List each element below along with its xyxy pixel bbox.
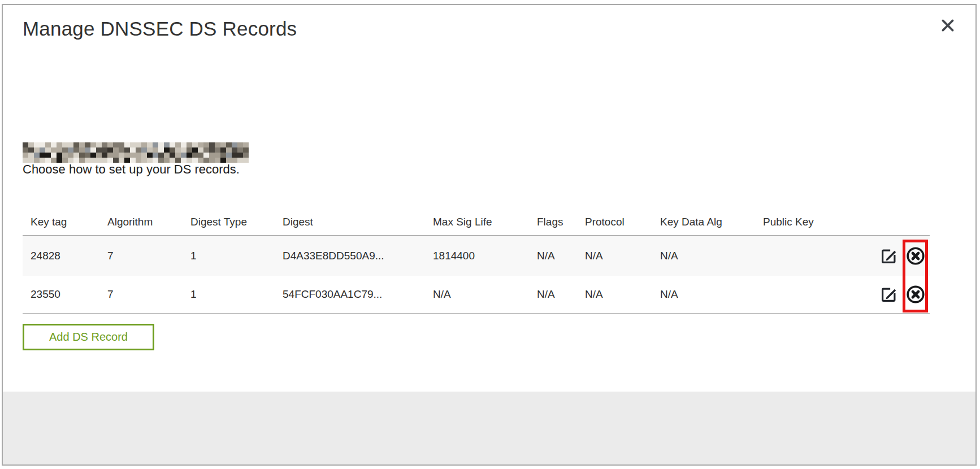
column-header-flags: Flags [529, 216, 577, 228]
column-header-public-key: Public Key [755, 216, 873, 228]
edit-record-button[interactable] [879, 285, 899, 304]
cell-digest: 54FCF030AA1C79... [275, 288, 425, 301]
cell-key-tag: 24828 [23, 250, 99, 262]
cell-digest-type: 1 [183, 288, 275, 301]
table-row: 24828 7 1 D4A33E8DD550A9... 1814400 N/A … [23, 236, 930, 276]
footer-bar: Save Cancel [3, 392, 975, 464]
column-header-digest-type: Digest Type [183, 216, 275, 228]
cell-key-data-alg: N/A [652, 288, 755, 301]
cell-protocol: N/A [577, 250, 652, 262]
cell-key-data-alg: N/A [652, 250, 755, 262]
redacted-domain [23, 142, 249, 163]
column-header-digest: Digest [275, 216, 425, 228]
delete-record-button[interactable] [905, 246, 926, 266]
cell-flags: N/A [529, 288, 577, 301]
circle-x-icon [905, 246, 926, 266]
cell-algorithm: 7 [99, 250, 183, 262]
circle-x-icon [905, 284, 926, 305]
edit-record-button[interactable] [879, 246, 899, 266]
edit-icon [879, 246, 899, 266]
table-row: 23550 7 1 54FCF030AA1C79... N/A N/A N/A … [23, 276, 930, 314]
ds-records-table: Key tag Algorithm Digest Type Digest Max… [23, 209, 930, 314]
delete-record-button[interactable] [905, 284, 926, 305]
column-header-protocol: Protocol [577, 216, 652, 228]
column-header-key-data-alg: Key Data Alg [652, 216, 755, 228]
cell-actions [873, 284, 930, 305]
cell-algorithm: 7 [99, 288, 183, 301]
column-header-key-tag: Key tag [23, 216, 99, 228]
cell-protocol: N/A [577, 288, 652, 301]
instruction-text: Choose how to set up your DS records. [23, 162, 240, 177]
cell-actions [873, 246, 930, 266]
manage-dnssec-dialog: Manage DNSSEC DS Records Choose how to s… [2, 4, 977, 466]
close-button[interactable] [936, 14, 959, 37]
cell-flags: N/A [529, 250, 577, 262]
column-header-algorithm: Algorithm [99, 216, 183, 228]
edit-icon [879, 285, 899, 304]
cell-key-tag: 23550 [23, 288, 99, 301]
column-header-max-sig-life: Max Sig Life [425, 216, 529, 228]
close-icon [940, 18, 956, 33]
cell-max-sig-life: 1814400 [425, 250, 529, 262]
cell-digest-type: 1 [183, 250, 275, 262]
add-ds-record-button[interactable]: Add DS Record [23, 324, 154, 350]
page-title: Manage DNSSEC DS Records [23, 18, 297, 40]
cell-max-sig-life: N/A [425, 288, 529, 301]
cell-digest: D4A33E8DD550A9... [275, 250, 425, 262]
table-header-row: Key tag Algorithm Digest Type Digest Max… [23, 209, 930, 236]
